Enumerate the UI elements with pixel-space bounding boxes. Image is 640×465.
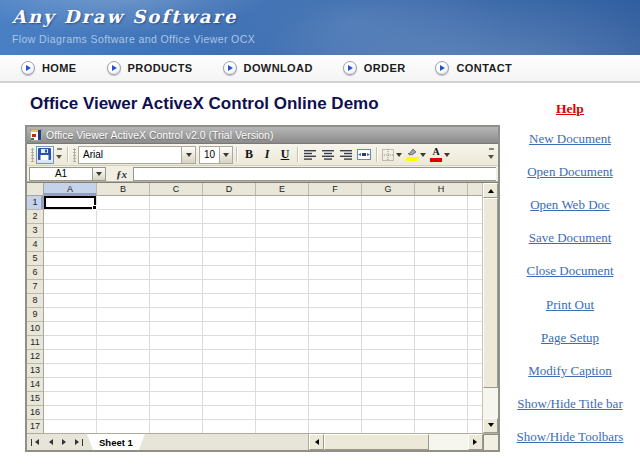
column-header-C[interactable]: C (150, 183, 203, 196)
cell-G9[interactable] (362, 308, 415, 322)
cell-D16[interactable] (203, 406, 256, 420)
cell-C7[interactable] (150, 280, 203, 294)
cell-D17[interactable] (203, 420, 256, 433)
cell-H5[interactable] (415, 252, 468, 266)
cell-B8[interactable] (97, 294, 150, 308)
cell-D9[interactable] (203, 308, 256, 322)
toolbar-options-button[interactable] (54, 146, 64, 164)
cell-G8[interactable] (362, 294, 415, 308)
cell-D8[interactable] (203, 294, 256, 308)
vertical-scroll-thumb[interactable] (483, 198, 498, 388)
cell-A7[interactable] (44, 280, 97, 294)
cell-G14[interactable] (362, 378, 415, 392)
column-header-A[interactable]: A (44, 183, 97, 196)
row-header-15[interactable]: 15 (27, 392, 44, 406)
vertical-scrollbar[interactable] (482, 183, 498, 433)
nav-item-download[interactable]: DOWNLOAD (223, 61, 313, 75)
bold-button[interactable]: B (240, 146, 258, 164)
cell-F10[interactable] (309, 322, 362, 336)
cell-D4[interactable] (203, 238, 256, 252)
horizontal-scroll-track[interactable] (429, 434, 468, 450)
cell-F7[interactable] (309, 280, 362, 294)
save-button[interactable] (36, 146, 54, 164)
cell-B16[interactable] (97, 406, 150, 420)
cell-E12[interactable] (256, 350, 309, 364)
cell-F8[interactable] (309, 294, 362, 308)
cell-G11[interactable] (362, 336, 415, 350)
cell-D12[interactable] (203, 350, 256, 364)
insert-function-icon[interactable]: ƒx (116, 168, 127, 180)
scroll-left-button[interactable] (309, 434, 324, 450)
merge-center-button[interactable] (355, 146, 373, 164)
row-header-11[interactable]: 11 (27, 336, 44, 350)
cell-E10[interactable] (256, 322, 309, 336)
cell-H8[interactable] (415, 294, 468, 308)
cell-D14[interactable] (203, 378, 256, 392)
nav-item-products[interactable]: PRODUCTS (107, 61, 193, 75)
cell-C17[interactable] (150, 420, 203, 433)
column-header-G[interactable]: G (362, 183, 415, 196)
cell-H16[interactable] (415, 406, 468, 420)
cell-E4[interactable] (256, 238, 309, 252)
cell-E14[interactable] (256, 378, 309, 392)
cell-G13[interactable] (362, 364, 415, 378)
cell-G17[interactable] (362, 420, 415, 433)
cell-H3[interactable] (415, 224, 468, 238)
column-header-F[interactable]: F (309, 183, 362, 196)
cell-H12[interactable] (415, 350, 468, 364)
cell-A9[interactable] (44, 308, 97, 322)
cell-A13[interactable] (44, 364, 97, 378)
cell-D5[interactable] (203, 252, 256, 266)
borders-button[interactable] (380, 146, 404, 164)
cell-H2[interactable] (415, 210, 468, 224)
row-header-4[interactable]: 4 (27, 238, 44, 252)
cell-D6[interactable] (203, 266, 256, 280)
row-header-6[interactable]: 6 (27, 266, 44, 280)
nav-item-order[interactable]: ORDER (343, 61, 406, 75)
cell-H10[interactable] (415, 322, 468, 336)
font-size-select[interactable]: 10 (199, 146, 233, 164)
row-header-16[interactable]: 16 (27, 406, 44, 420)
cell-C10[interactable] (150, 322, 203, 336)
cell-H4[interactable] (415, 238, 468, 252)
row-header-3[interactable]: 3 (27, 224, 44, 238)
row-header-17[interactable]: 17 (27, 420, 44, 433)
cell-B3[interactable] (97, 224, 150, 238)
chevron-down-icon[interactable] (181, 147, 195, 163)
sheet-prev-button[interactable] (43, 435, 57, 449)
cell-E11[interactable] (256, 336, 309, 350)
cell-A5[interactable] (44, 252, 97, 266)
cell-F17[interactable] (309, 420, 362, 433)
cell-F14[interactable] (309, 378, 362, 392)
resize-grip[interactable] (483, 434, 498, 450)
sidebar-link-close-document[interactable]: Close Document (526, 263, 613, 279)
cell-D3[interactable] (203, 224, 256, 238)
cell-A14[interactable] (44, 378, 97, 392)
cell-B1[interactable] (97, 196, 150, 210)
sheet-tab[interactable]: Sheet 1 (87, 434, 145, 450)
cell-A8[interactable] (44, 294, 97, 308)
cell-D15[interactable] (203, 392, 256, 406)
italic-button[interactable]: I (258, 146, 276, 164)
cell-E7[interactable] (256, 280, 309, 294)
cell-G15[interactable] (362, 392, 415, 406)
cell-D11[interactable] (203, 336, 256, 350)
cell-A16[interactable] (44, 406, 97, 420)
cell-C12[interactable] (150, 350, 203, 364)
cell-E16[interactable] (256, 406, 309, 420)
cell-B11[interactable] (97, 336, 150, 350)
row-header-1[interactable]: 1 (27, 196, 44, 210)
cell-G3[interactable] (362, 224, 415, 238)
scroll-down-button[interactable] (483, 418, 498, 433)
cell-B4[interactable] (97, 238, 150, 252)
row-header-5[interactable]: 5 (27, 252, 44, 266)
sidebar-link-open-web-doc[interactable]: Open Web Doc (530, 197, 610, 213)
cell-G4[interactable] (362, 238, 415, 252)
cell-H7[interactable] (415, 280, 468, 294)
cell-C16[interactable] (150, 406, 203, 420)
cell-C6[interactable] (150, 266, 203, 280)
cell-G16[interactable] (362, 406, 415, 420)
cell-F1[interactable] (309, 196, 362, 210)
cell-A12[interactable] (44, 350, 97, 364)
cell-B12[interactable] (97, 350, 150, 364)
